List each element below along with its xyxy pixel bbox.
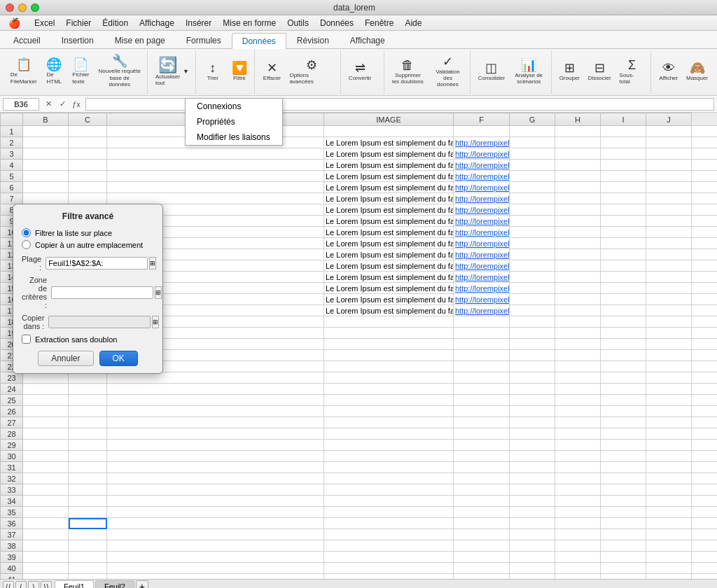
cell-reference-input[interactable]: [3, 98, 39, 111]
btn-de-filemaker[interactable]: 📋 DeFileMarker: [7, 56, 40, 87]
menu-mise-en-forme[interactable]: Mise en forme: [217, 17, 281, 29]
btn-nouvelle-requete[interactable]: 🔧 Nouvelle requêtebase de données: [95, 52, 144, 90]
btn-ok[interactable]: OK: [99, 351, 138, 366]
btn-fichier-texte[interactable]: 📄 Fichiertexte: [68, 56, 93, 87]
cancel-formula-btn[interactable]: ✕: [42, 98, 55, 111]
menu-fichier[interactable]: Fichier: [60, 17, 97, 29]
btn-dissocier[interactable]: ⊟ Dissocier: [585, 59, 615, 83]
dropdown-connexions[interactable]: Connexions: [186, 99, 282, 114]
sheet-nav-first[interactable]: ⟨⟨: [3, 581, 14, 589]
btn-analyse-scenarios[interactable]: 📊 Analyse descénarios: [510, 57, 548, 87]
apple-menu[interactable]: 🍎: [3, 18, 26, 29]
checkbox-sans-doublon[interactable]: [22, 335, 31, 344]
ribbon-group-trier: ↕ Trier 🔽 Filtre: [197, 50, 256, 94]
sheet-nav-next[interactable]: ⟩: [28, 581, 39, 589]
dialog-btn-row: Annuler OK: [22, 351, 154, 366]
btn-trier[interactable]: ↕ Trier: [200, 59, 225, 83]
btn-afficher[interactable]: 👁 Afficher: [655, 59, 681, 83]
window-title: data_lorem: [39, 3, 669, 13]
label-copier: Copier dans :: [22, 314, 44, 330]
tab-accueil[interactable]: Accueil: [3, 32, 51, 48]
btn-filtre[interactable]: 🔽 Filtre: [227, 59, 252, 83]
tab-formules[interactable]: Formules: [176, 32, 232, 48]
label-criteres: Zone de critères :: [22, 276, 47, 309]
btn-masquer[interactable]: 🙈 Masquer: [683, 59, 711, 83]
ribbon-group-consolider: ◫ Consolider 📊 Analyse descénarios: [472, 50, 552, 94]
ribbon-group-validation: 🗑 Supprimerles doublons ✓ Validationdes …: [386, 50, 471, 94]
ribbon-group-effacer: ✕ Effacer ⚙ Options avancées: [256, 50, 340, 94]
sheet-nav-last[interactable]: ⟩⟩: [41, 581, 52, 589]
filemaker-icon: 📋: [16, 58, 32, 71]
ribbon-group-sources: 📋 DeFileMarker 🌐 DeHTML 📄 Fichiertexte 🔧…: [4, 50, 148, 94]
dialog-field-copier: Copier dans : ⊞: [22, 314, 154, 330]
ribbon-buttons-trier: ↕ Trier 🔽 Filtre: [200, 52, 252, 91]
label-plage: Plage :: [22, 255, 41, 272]
validation-icon: ✓: [443, 55, 453, 68]
ribbon: Accueil Insertion Mise en page Formules …: [0, 31, 717, 96]
btn-supprimer-doublons[interactable]: 🗑 Supprimerles doublons: [389, 57, 427, 87]
menu-donnees[interactable]: Données: [314, 17, 359, 29]
radio-filter-in-place[interactable]: [22, 228, 31, 237]
confirm-formula-btn[interactable]: ✓: [56, 98, 69, 111]
input-criteres[interactable]: [51, 286, 153, 299]
menu-inserer[interactable]: Insérer: [180, 17, 217, 29]
ribbon-group-grouper: ⊞ Grouper ⊟ Dissocier Σ Sous-total: [553, 50, 652, 94]
btn-options-avancees[interactable]: ⚙ Options avancées: [286, 57, 337, 87]
dialog-title: Filtre avancé: [22, 211, 154, 221]
ungroup-icon: ⊟: [594, 62, 605, 74]
btn-sous-total[interactable]: Σ Sous-total: [616, 57, 648, 87]
dialog-checkbox-row: Extraction sans doublon: [22, 335, 154, 344]
btn-validation[interactable]: ✓ Validationdes données: [429, 53, 467, 90]
minimize-button[interactable]: [18, 4, 27, 12]
tab-insertion[interactable]: Insertion: [51, 32, 104, 48]
btn-grouper[interactable]: ⊞ Grouper: [556, 59, 583, 83]
add-sheet-button[interactable]: +: [136, 580, 148, 589]
remove-duplicates-icon: 🗑: [401, 59, 414, 71]
sheet-tabs: ⟨⟨ ⟨ ⟩ ⟩⟩ Feuil1 Feuil2 +: [0, 579, 717, 588]
refresh-icon: 🔄: [158, 57, 177, 73]
btn-actualiser[interactable]: 🔄 Actualisertout ▼: [152, 55, 193, 88]
sheet-nav-prev[interactable]: ⟨: [15, 581, 27, 589]
radio-copy-to[interactable]: [22, 240, 31, 249]
show-icon: 👁: [662, 62, 675, 74]
sort-icon: ↕: [209, 62, 216, 74]
menu-fenetre[interactable]: Fenêtre: [359, 17, 399, 29]
menu-excel[interactable]: Excel: [29, 17, 60, 29]
sheet-tab-feuil1[interactable]: Feuil1: [55, 580, 94, 589]
menu-edition[interactable]: Édition: [97, 17, 134, 29]
tab-revision[interactable]: Révision: [286, 32, 340, 48]
input-copier[interactable]: [48, 316, 151, 328]
ribbon-group-convertir: ⇌ Convertir: [342, 50, 384, 94]
html-icon: 🌐: [46, 58, 62, 71]
maximize-button[interactable]: [31, 4, 39, 12]
subtotal-icon: Σ: [628, 59, 636, 71]
btn-effacer[interactable]: ✕ Effacer: [259, 59, 284, 83]
tab-mise-en-page[interactable]: Mise en page: [104, 32, 176, 48]
btn-consolider[interactable]: ◫ Consolider: [475, 59, 508, 83]
menu-aide[interactable]: Aide: [399, 17, 427, 29]
tab-affichage[interactable]: Affichage: [340, 32, 396, 48]
insert-function-btn[interactable]: ƒx: [70, 98, 83, 111]
formula-input[interactable]: [85, 98, 714, 111]
btn-select-plage[interactable]: ⊞: [149, 257, 156, 270]
menu-outils[interactable]: Outils: [281, 17, 314, 29]
btn-select-copier[interactable]: ⊞: [152, 316, 159, 328]
window-controls[interactable]: [6, 4, 39, 12]
btn-de-html[interactable]: 🌐 DeHTML: [41, 56, 67, 87]
tab-donnees[interactable]: Données: [232, 33, 286, 49]
convert-icon: ⇌: [355, 62, 366, 74]
btn-select-criteres[interactable]: ⊞: [155, 286, 162, 299]
consolidate-icon: ◫: [485, 62, 497, 74]
input-plage[interactable]: [46, 257, 148, 270]
btn-convertir[interactable]: ⇌ Convertir: [345, 59, 375, 83]
ribbon-tabs: Accueil Insertion Mise en page Formules …: [0, 31, 717, 49]
btn-annuler[interactable]: Annuler: [38, 351, 93, 366]
close-button[interactable]: [6, 4, 14, 12]
ribbon-buttons-effacer: ✕ Effacer ⚙ Options avancées: [259, 52, 337, 91]
dialog-field-criteres: Zone de critères : ⊞: [22, 276, 154, 309]
sheet-tab-feuil2[interactable]: Feuil2: [95, 580, 134, 588]
menu-affichage[interactable]: Affichage: [134, 17, 180, 29]
filter-icon: 🔽: [232, 62, 247, 74]
sheet-nav: ⟨⟨ ⟨ ⟩ ⟩⟩: [3, 581, 52, 589]
radio-row-filter-in-place: Filtrer la liste sur place: [22, 228, 154, 237]
